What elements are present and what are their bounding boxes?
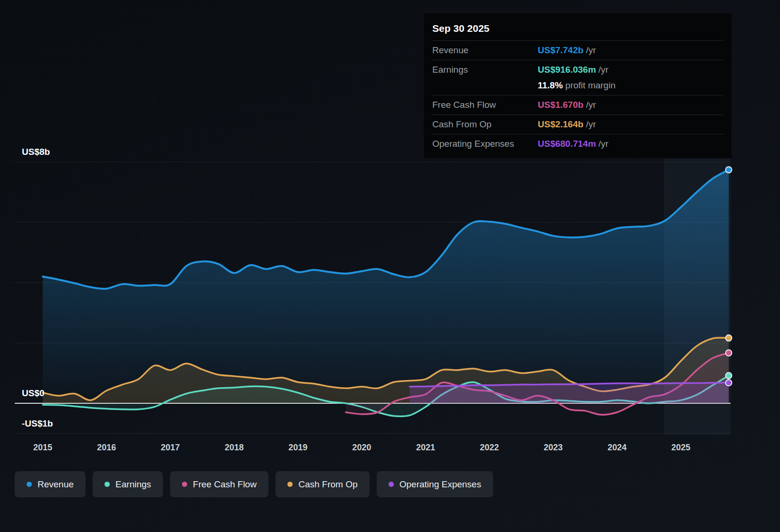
legend-label: Free Cash Flow (193, 479, 257, 490)
tooltip-row-suffix: /yr (599, 65, 609, 75)
legend-free-cash-flow-dot-icon (182, 482, 187, 487)
x-axis-label: 2016 (97, 443, 116, 452)
legend-item-operating-expenses[interactable]: Operating Expenses (377, 471, 493, 497)
tooltip-row-operating-expenses: Operating Expenses US$680.714m /yr (432, 134, 723, 153)
tooltip-row-label: Operating Expenses (432, 138, 538, 150)
legend-label: Cash From Op (298, 479, 358, 490)
tooltip-row-value: US$680.714m (538, 139, 596, 149)
x-axis-label: 2025 (671, 443, 690, 452)
series-operating-expenses (409, 383, 729, 403)
y-axis-label: US$0 (22, 388, 45, 398)
tooltip-row-suffix: /yr (586, 45, 596, 55)
tooltip-row-label: Earnings (432, 64, 538, 76)
x-axis-label: 2017 (161, 443, 180, 452)
tooltip-row-label: Revenue (432, 44, 538, 57)
y-axis-label: -US$1b (22, 418, 53, 428)
tooltip-row-earnings: Earnings US$916.036m /yr (432, 60, 723, 79)
tooltip-row-label: Free Cash Flow (432, 99, 538, 111)
legend-label: Earnings (115, 479, 151, 490)
tooltip-row-value: US$916.036m (538, 65, 596, 75)
tooltip-row-value-wrap: US$680.714m /yr (538, 138, 609, 150)
legend-revenue-dot-icon (27, 482, 32, 487)
tooltip-row-label: Cash From Op (432, 118, 538, 131)
legend: Revenue Earnings Free Cash Flow Cash Fro… (15, 471, 493, 497)
endpoint-revenue (726, 167, 732, 173)
legend-operating-expenses-dot-icon (389, 482, 394, 487)
endpoint-cash-from-op (726, 335, 732, 341)
tooltip-row-free-cash-flow: Free Cash Flow US$1.670b /yr (432, 95, 723, 114)
legend-cash-from-op-dot-icon (287, 482, 293, 487)
legend-earnings-dot-icon (105, 482, 110, 487)
tooltip-row-suffix: /yr (599, 139, 609, 149)
legend-label: Operating Expenses (400, 479, 481, 490)
tooltip-row-value-wrap: US$916.036m /yr (538, 64, 609, 76)
endpoint-operating-expenses (726, 380, 732, 386)
x-axis-label: 2021 (416, 443, 435, 452)
legend-item-earnings[interactable]: Earnings (93, 471, 163, 497)
tooltip-row-cash-from-op: Cash From Op US$2.164b /yr (432, 114, 723, 134)
tooltip-row-value-wrap: US$1.670b /yr (538, 99, 596, 111)
legend-label: Revenue (38, 479, 74, 490)
endpoint-earnings (726, 372, 732, 379)
tooltip-row-value: US$1.670b (538, 100, 583, 110)
y-axis-label: US$8b (22, 147, 50, 157)
tooltip-panel: Sep 30 2025 Revenue US$7.742b /yr Earnin… (424, 13, 732, 158)
tooltip-date: Sep 30 2025 (432, 19, 723, 40)
profit-margin-value: 11.8% (538, 80, 563, 90)
page: { "tooltip": { "date": "Sep 30 2025", "r… (0, 0, 780, 532)
series-revenue (43, 170, 729, 403)
profit-margin-label: profit margin (565, 80, 616, 90)
x-axis-label: 2022 (480, 443, 499, 452)
legend-item-free-cash-flow[interactable]: Free Cash Flow (170, 471, 268, 497)
legend-item-cash-from-op[interactable]: Cash From Op (276, 471, 370, 497)
tooltip-row-value-wrap: US$2.164b /yr (538, 118, 596, 131)
endpoint-free-cash-flow (726, 350, 732, 356)
legend-item-revenue[interactable]: Revenue (15, 471, 86, 497)
tooltip-row-value: US$2.164b (538, 119, 583, 129)
tooltip-row-suffix: /yr (586, 119, 596, 129)
tooltip-row-value-wrap: US$7.742b /yr (538, 44, 596, 57)
x-axis-label: 2019 (288, 443, 307, 452)
tooltip-row-revenue: Revenue US$7.742b /yr (432, 40, 723, 60)
x-axis-label: 2015 (33, 443, 52, 452)
x-axis-label: 2024 (608, 443, 627, 452)
x-axis-label: 2020 (352, 443, 371, 452)
tooltip-row-value-wrap: 11.8% profit margin (538, 79, 616, 92)
tooltip-row-suffix: /yr (586, 100, 596, 110)
tooltip-row-value: US$7.742b (538, 45, 583, 55)
tooltip-row-profit-margin: 11.8% profit margin (432, 79, 723, 95)
x-axis-label: 2023 (544, 443, 563, 452)
x-axis-label: 2018 (225, 443, 244, 452)
